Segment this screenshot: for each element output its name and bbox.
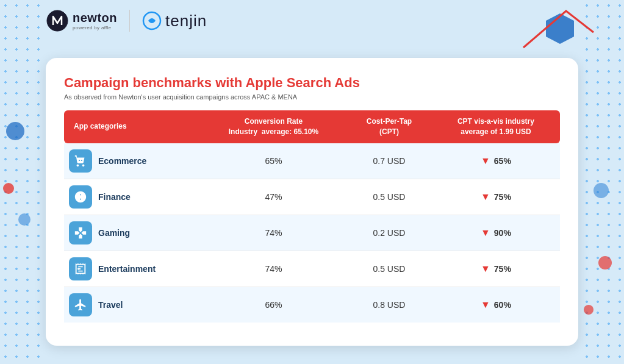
table-row: Travel 66% 0.8 USD ▼ 60% — [64, 287, 560, 323]
arrow-down-icon: ▼ — [481, 191, 490, 202]
svg-point-1 — [47, 10, 68, 31]
main-card: Campaign benchmarks with Apple Search Ad… — [46, 58, 578, 346]
bg-circle-blue-3 — [594, 183, 609, 198]
newton-sub-label: powered by affle — [73, 25, 117, 30]
bg-circle-red-1 — [3, 183, 14, 194]
bg-circle-1 — [6, 122, 24, 140]
conversion-rate-ecommerce: 65% — [201, 143, 346, 179]
category-cell-finance: Finance — [64, 179, 201, 215]
logo-divider — [129, 10, 130, 32]
card-subtitle: As observed from Newton's user acquisiti… — [64, 93, 560, 101]
tenjin-label: tenjin — [165, 12, 207, 30]
conversion-rate-finance: 47% — [201, 179, 346, 215]
ecommerce-icon-wrap — [69, 149, 92, 173]
category-cell-entertainment: Entertainment — [64, 251, 201, 287]
category-name-entertainment: Entertainment — [98, 264, 156, 274]
cpt-vis-value: 60% — [494, 300, 511, 310]
category-name-gaming: Gaming — [98, 228, 130, 238]
conversion-rate-entertainment: 74% — [201, 251, 346, 287]
cpt-vis-value: 75% — [494, 264, 511, 274]
finance-icon-wrap — [69, 185, 92, 209]
travel-icon-wrap — [69, 293, 92, 316]
category-name-travel: Travel — [98, 300, 123, 310]
cpt-vis-value: 65% — [494, 156, 511, 166]
entertainment-icon-wrap — [69, 257, 92, 280]
cpt-vis-finance: ▼ 75% — [432, 179, 560, 215]
bg-circle-red-2 — [598, 256, 612, 269]
newton-icon — [46, 9, 69, 32]
col-header-categories: App categories — [64, 110, 201, 143]
cpt-vis-value: 75% — [494, 192, 511, 202]
bg-dots-left — [0, 0, 43, 364]
cpt-ecommerce: 0.7 USD — [346, 143, 432, 179]
benchmark-table: App categories Conversion RateIndustry a… — [64, 110, 560, 323]
bg-circle-red-3 — [584, 305, 594, 315]
card-title: Campaign benchmarks with Apple Search Ad… — [64, 75, 560, 91]
cpt-vis-ecommerce: ▼ 65% — [432, 143, 560, 179]
cpt-vis-entertainment: ▼ 75% — [432, 251, 560, 287]
category-cell-ecommerce: Ecommerce — [64, 143, 201, 179]
cpt-vis-travel: ▼ 60% — [432, 287, 560, 323]
cpt-travel: 0.8 USD — [346, 287, 432, 323]
bg-red-shape — [517, 5, 597, 54]
table-row: Ecommerce 65% 0.7 USD ▼ 65% — [64, 143, 560, 179]
newton-main-label: newton — [73, 11, 117, 25]
conversion-rate-gaming: 74% — [201, 215, 346, 251]
col-header-conversion: Conversion RateIndustry average: 65.10% — [201, 110, 346, 143]
tenjin-icon — [142, 11, 162, 30]
header: newton powered by affle tenjin — [46, 9, 207, 32]
cpt-entertainment: 0.5 USD — [346, 251, 432, 287]
category-name-ecommerce: Ecommerce — [98, 156, 146, 166]
cpt-gaming: 0.2 USD — [346, 215, 432, 251]
table-row: Entertainment 74% 0.5 USD ▼ 75% — [64, 251, 560, 287]
col-header-cpt-vis: CPT vis-a-vis industryaverage of 1.99 US… — [432, 110, 560, 143]
table-header-row: App categories Conversion RateIndustry a… — [64, 110, 560, 143]
table-row: Gaming 74% 0.2 USD ▼ 90% — [64, 215, 560, 251]
conversion-rate-travel: 66% — [201, 287, 346, 323]
arrow-down-icon: ▼ — [481, 263, 490, 274]
arrow-down-icon: ▼ — [481, 227, 490, 238]
table-row: Finance 47% 0.5 USD ▼ 75% — [64, 179, 560, 215]
cpt-vis-value: 90% — [494, 228, 511, 238]
category-cell-travel: Travel — [64, 287, 201, 323]
cpt-finance: 0.5 USD — [346, 179, 432, 215]
arrow-down-icon: ▼ — [481, 299, 490, 310]
bg-circle-2 — [18, 213, 30, 226]
cpt-vis-gaming: ▼ 90% — [432, 215, 560, 251]
gaming-icon-wrap — [69, 221, 92, 244]
newton-logo: newton powered by affle — [46, 9, 117, 32]
category-name-finance: Finance — [98, 192, 131, 202]
newton-text: newton powered by affle — [73, 11, 117, 30]
col-header-cpt: Cost-Per-Tap(CPT) — [346, 110, 432, 143]
tenjin-logo: tenjin — [142, 11, 207, 30]
arrow-down-icon: ▼ — [481, 155, 490, 166]
category-cell-gaming: Gaming — [64, 215, 201, 251]
